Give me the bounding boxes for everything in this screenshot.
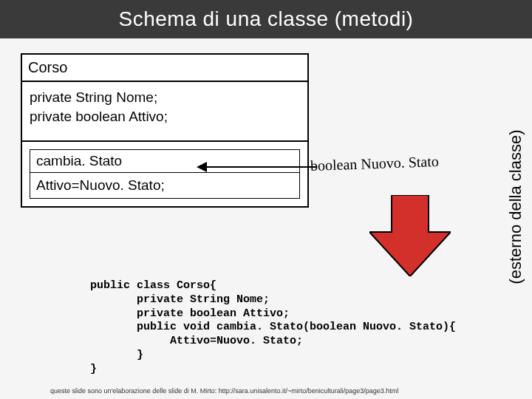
side-label-text: (esterno della classe) bbox=[506, 129, 525, 284]
uml-class-box: Corso private String Nome; private boole… bbox=[21, 53, 309, 208]
down-arrow-icon bbox=[369, 195, 451, 276]
arrow-line-icon bbox=[201, 166, 316, 168]
arrow-head-icon bbox=[197, 162, 207, 172]
footnote: queste slide sono un'elaborazione delle … bbox=[50, 387, 398, 395]
class-name-cell: Corso bbox=[22, 55, 307, 82]
side-label: (esterno della classe) bbox=[505, 66, 526, 347]
attributes-cell: private String Nome; private boolean Att… bbox=[22, 82, 307, 142]
slide-title: Schema di una classe (metodi) bbox=[0, 0, 532, 38]
method-body-cell: Attivo=Nuovo. Stato; bbox=[30, 173, 299, 198]
attribute-line: private String Nome; bbox=[30, 88, 300, 107]
parameter-label: boolean Nuovo. Stato bbox=[310, 153, 440, 174]
method-name-cell: cambia. Stato bbox=[30, 150, 299, 173]
attribute-line: private boolean Attivo; bbox=[30, 107, 300, 126]
code-snippet: public class Corso{ private String Nome;… bbox=[90, 279, 456, 376]
method-box: cambia. Stato Attivo=Nuovo. Stato; bbox=[30, 149, 300, 199]
